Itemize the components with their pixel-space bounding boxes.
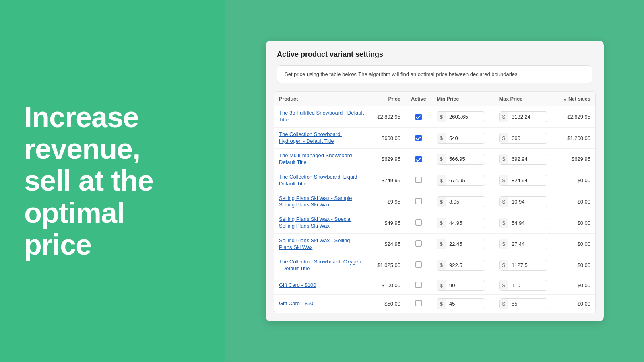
active-cell[interactable] — [405, 191, 432, 212]
checkbox-checked[interactable] — [415, 135, 422, 141]
price-cell: $9.95 — [369, 191, 405, 212]
price-cell: $629.95 — [369, 148, 405, 170]
product-link[interactable]: The Multi-managed Snowboard - Default Ti… — [279, 152, 364, 166]
col-header-net-sales: ⌄ Net sales — [557, 92, 595, 106]
max-price-input[interactable] — [508, 154, 539, 164]
active-cell[interactable] — [405, 212, 432, 234]
product-link[interactable]: Selling Plans Ski Wax - Sample Selling P… — [279, 195, 364, 209]
product-link[interactable]: Gift Card - $100 — [279, 282, 364, 289]
max-price-prefix: $ — [500, 154, 508, 164]
checkbox-unchecked[interactable] — [415, 261, 422, 268]
min-price-cell: $ — [432, 106, 494, 128]
min-price-input[interactable] — [446, 197, 476, 207]
active-cell[interactable] — [405, 106, 432, 128]
active-cell[interactable] — [405, 276, 432, 294]
max-price-prefix: $ — [500, 112, 508, 122]
hero-line4: optimal — [24, 197, 124, 229]
net-sales-sort-icon[interactable]: ⌄ — [563, 96, 567, 102]
price-cell: $600.00 — [369, 128, 405, 149]
min-price-input[interactable] — [446, 260, 476, 270]
min-price-prefix: $ — [437, 133, 446, 143]
min-price-cell: $ — [432, 170, 494, 191]
min-price-cell: $ — [432, 191, 494, 212]
max-price-cell: $ — [494, 255, 557, 276]
checkbox-unchecked[interactable] — [415, 282, 422, 288]
max-price-prefix: $ — [500, 133, 508, 143]
checkbox-unchecked[interactable] — [415, 300, 422, 306]
active-cell[interactable] — [405, 294, 432, 313]
product-link[interactable]: Selling Plans Ski Wax - Selling Plans Sk… — [279, 237, 364, 251]
max-price-input[interactable] — [508, 112, 539, 122]
min-price-input[interactable] — [446, 299, 476, 309]
col-header-max-price: Max Price — [494, 92, 557, 106]
table-row: The Collection Snowboard: Oxygen - Defau… — [274, 255, 595, 276]
min-price-input[interactable] — [446, 175, 476, 185]
min-price-input[interactable] — [446, 154, 476, 164]
min-price-prefix: $ — [437, 197, 446, 207]
price-cell: $24.95 — [369, 234, 405, 255]
price-cell: $2,892.95 — [369, 106, 405, 128]
active-cell[interactable] — [405, 170, 432, 191]
net-sales-cell: $0.00 — [557, 191, 595, 212]
table-row: The 3p Fulfilled Snowboard - Default Tit… — [274, 106, 595, 128]
min-price-input[interactable] — [446, 133, 476, 143]
max-price-prefix: $ — [500, 175, 508, 185]
active-cell[interactable] — [405, 128, 432, 149]
table-row: Selling Plans Ski Wax - Selling Plans Sk… — [274, 234, 595, 255]
min-price-cell: $ — [432, 128, 494, 149]
hero-line1: Increase — [24, 101, 138, 133]
checkbox-unchecked[interactable] — [415, 177, 422, 183]
max-price-input[interactable] — [508, 299, 539, 309]
table-row: The Multi-managed Snowboard - Default Ti… — [274, 148, 595, 170]
table-row: Gift Card - $50$50.00$$$0.00 — [274, 294, 595, 313]
max-price-cell: $ — [494, 170, 557, 191]
product-link[interactable]: Selling Plans Ski Wax - Special Selling … — [279, 216, 364, 230]
table-row: The Collection Snowboard: Liquid - Defau… — [274, 170, 595, 191]
max-price-input[interactable] — [508, 197, 539, 207]
checkbox-unchecked[interactable] — [415, 219, 422, 226]
active-cell[interactable] — [405, 255, 432, 276]
net-sales-cell: $1,200.00 — [557, 128, 595, 149]
max-price-cell: $ — [494, 148, 557, 170]
max-price-input[interactable] — [508, 260, 539, 270]
active-cell[interactable] — [405, 148, 432, 170]
product-link[interactable]: The Collection Snowboard: Hydrogen - Def… — [279, 131, 364, 145]
checkbox-checked[interactable] — [415, 114, 422, 120]
max-price-input[interactable] — [508, 175, 539, 185]
left-panel: Increase revenue, sell at the optimal pr… — [0, 0, 225, 362]
product-link[interactable]: The 3p Fulfilled Snowboard - Default Tit… — [279, 110, 364, 123]
product-link[interactable]: Gift Card - $50 — [279, 300, 364, 307]
min-price-prefix: $ — [437, 280, 446, 290]
checkbox-unchecked[interactable] — [415, 198, 422, 204]
product-link[interactable]: The Collection Snowboard: Liquid - Defau… — [279, 174, 364, 187]
min-price-prefix: $ — [437, 260, 446, 270]
net-sales-cell: $2,629.95 — [557, 106, 595, 128]
min-price-input[interactable] — [446, 112, 476, 122]
table-header-row: Product Price Active Min Price Max Price… — [274, 92, 595, 106]
min-price-input[interactable] — [446, 218, 476, 228]
max-price-cell: $ — [494, 294, 557, 313]
min-price-cell: $ — [432, 234, 494, 255]
min-price-prefix: $ — [437, 154, 446, 164]
col-header-min-price: Min Price — [432, 92, 494, 106]
checkbox-unchecked[interactable] — [415, 240, 422, 247]
min-price-prefix: $ — [437, 239, 446, 249]
min-price-cell: $ — [432, 148, 494, 170]
checkbox-checked[interactable] — [415, 156, 422, 162]
min-price-prefix: $ — [437, 112, 446, 122]
table-row: The Collection Snowboard: Hydrogen - Def… — [274, 128, 595, 149]
min-price-prefix: $ — [437, 175, 446, 185]
price-cell: $1,025.00 — [369, 255, 405, 276]
product-link[interactable]: The Collection Snowboard: Oxygen - Defau… — [279, 259, 364, 272]
card-header: Active product variant settings Set pric… — [266, 41, 604, 91]
hero-line5: price — [24, 228, 91, 261]
max-price-input[interactable] — [508, 218, 539, 228]
max-price-input[interactable] — [508, 280, 539, 290]
max-price-input[interactable] — [508, 133, 539, 143]
hero-text: Increase revenue, sell at the optimal pr… — [24, 101, 153, 261]
active-cell[interactable] — [405, 234, 432, 255]
min-price-input[interactable] — [446, 239, 476, 249]
min-price-input[interactable] — [446, 280, 476, 290]
max-price-input[interactable] — [508, 239, 539, 249]
max-price-cell: $ — [494, 128, 557, 149]
